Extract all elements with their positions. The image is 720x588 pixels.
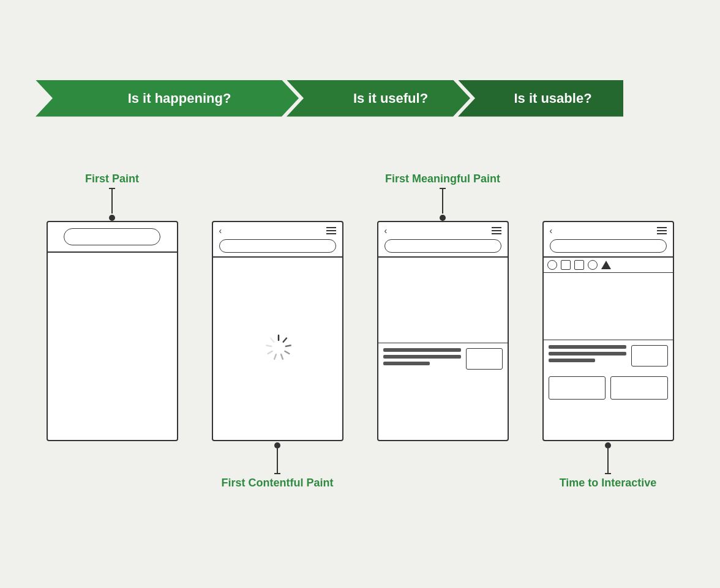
phone4-menu xyxy=(657,227,667,234)
phone4-action-btn-1[interactable] xyxy=(549,376,606,400)
phone4-image xyxy=(544,273,673,340)
text-line-5 xyxy=(549,352,626,355)
loading-spinner xyxy=(265,334,290,359)
top-label-area-3: First Meaningful Paint xyxy=(385,154,500,221)
tab-circle-2 xyxy=(588,260,598,270)
top-label-area-1: First Paint xyxy=(85,154,139,221)
phone-first-meaningful: ‹ xyxy=(377,221,509,441)
tab-square-2 xyxy=(574,260,584,270)
svg-line-8 xyxy=(271,338,274,342)
svg-line-4 xyxy=(281,354,283,359)
first-paint-label: First Paint xyxy=(85,157,139,188)
phone4-text xyxy=(549,345,626,367)
stage-first-paint: First Paint xyxy=(42,154,182,508)
phase-useful-label: Is it useful? xyxy=(353,91,428,106)
phone4-action-btn-2[interactable] xyxy=(610,376,668,400)
phone1-search xyxy=(64,228,161,245)
tab-circle-1 xyxy=(547,260,557,270)
vline-3 xyxy=(442,189,443,214)
phone3-nav: ‹ xyxy=(384,226,501,236)
phone4-actions xyxy=(544,371,673,404)
phone1-body xyxy=(48,253,177,439)
stage-time-to-interactive: ‹ xyxy=(538,154,678,508)
svg-line-1 xyxy=(283,338,287,342)
vline-4 xyxy=(607,448,609,473)
stages-container: First Paint ‹ xyxy=(36,154,684,508)
phone3-text xyxy=(383,348,461,370)
phone2-header: ‹ xyxy=(213,222,342,258)
phase-usable: Is it usable? xyxy=(458,80,623,117)
dot-3 xyxy=(440,215,446,221)
phone3-back: ‹ xyxy=(384,226,388,236)
phone2-search xyxy=(219,239,336,253)
phase-happening: Is it happening? xyxy=(36,80,299,117)
svg-line-7 xyxy=(266,346,271,346)
phone3-header: ‹ xyxy=(378,222,508,258)
phone2-back: ‹ xyxy=(219,226,222,236)
first-meaningful-label: First Meaningful Paint xyxy=(385,157,500,188)
bottom-label-area-4: Time to Interactive xyxy=(560,441,657,508)
phone-first-contentful: ‹ xyxy=(212,221,343,441)
phone4-header: ‹ xyxy=(544,222,673,258)
phase-banner: Is it happening? Is it useful? Is it usa… xyxy=(36,80,684,117)
phone4-detail-btn xyxy=(631,345,668,367)
tab-triangle xyxy=(601,261,611,269)
phase-usable-label: Is it usable? xyxy=(514,91,591,106)
phone4-search xyxy=(550,239,667,253)
text-line-1 xyxy=(383,348,461,352)
phone4-back: ‹ xyxy=(550,226,553,236)
bottom-label-area-2: First Contentful Paint xyxy=(222,441,334,508)
phone-first-paint xyxy=(47,221,178,441)
phone2-nav: ‹ xyxy=(219,226,336,236)
phone3-button xyxy=(466,348,503,370)
svg-line-2 xyxy=(286,346,291,346)
phone-time-to-interactive: ‹ xyxy=(542,221,674,441)
phone2-menu xyxy=(326,227,336,234)
svg-line-5 xyxy=(274,354,276,359)
svg-line-3 xyxy=(285,351,289,354)
phone3-search xyxy=(384,239,501,253)
stage-first-contentful-paint: ‹ xyxy=(207,154,348,508)
text-line-2 xyxy=(383,355,461,359)
tab-square-1 xyxy=(561,260,571,270)
text-line-3 xyxy=(383,362,430,365)
text-line-4 xyxy=(549,345,626,349)
phone3-image xyxy=(378,258,508,343)
dot-4 xyxy=(605,442,611,448)
vline-1 xyxy=(111,189,113,214)
dot-2 xyxy=(274,442,280,448)
phone4-content xyxy=(544,340,673,371)
phone3-menu xyxy=(492,227,501,234)
phone4-nav: ‹ xyxy=(550,226,667,236)
phone1-header xyxy=(48,222,177,253)
first-contentful-label: First Contentful Paint xyxy=(222,474,334,505)
phase-useful: Is it useful? xyxy=(287,80,470,117)
phone3-content xyxy=(378,343,508,374)
phone4-tabs xyxy=(544,258,673,273)
time-to-interactive-label: Time to Interactive xyxy=(560,474,657,505)
vline-2 xyxy=(277,448,278,473)
dot-1 xyxy=(109,215,115,221)
svg-line-6 xyxy=(268,351,272,354)
page-container: Is it happening? Is it useful? Is it usa… xyxy=(23,56,697,533)
phone2-body xyxy=(213,258,342,436)
phase-happening-label: Is it happening? xyxy=(128,91,231,106)
stage-first-meaningful-paint: First Meaningful Paint ‹ xyxy=(372,154,513,508)
text-line-6 xyxy=(549,359,595,362)
